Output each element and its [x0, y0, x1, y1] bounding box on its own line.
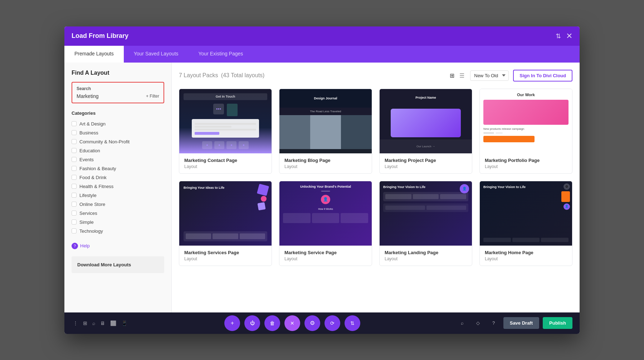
- view-toggle: ⊞ ☰: [448, 71, 466, 80]
- layout-card-landing[interactable]: Bringing Your Vision to Life 👤: [379, 181, 472, 266]
- layout-card-portfolio[interactable]: Our Work New products release campaign M…: [479, 89, 572, 174]
- checkbox-events[interactable]: [72, 157, 77, 162]
- category-online-store[interactable]: Online Store: [72, 200, 164, 209]
- add-button[interactable]: +: [224, 315, 240, 331]
- category-art-design[interactable]: Art & Design: [72, 119, 164, 128]
- history-button[interactable]: ⟳: [325, 315, 340, 331]
- preview-services: Bringing Your Ideas to Life: [179, 181, 272, 246]
- grid-icon[interactable]: ⊞: [82, 319, 89, 327]
- close-button[interactable]: ✕: [284, 315, 300, 331]
- layout-type-services: Layout: [184, 256, 267, 261]
- help-button[interactable]: ? Help: [72, 243, 164, 249]
- category-community-label: Community & Non-Profit: [79, 139, 130, 144]
- tab-saved[interactable]: Your Saved Layouts: [124, 46, 189, 63]
- main-content: 7 Layout Packs (43 Total layouts) ⊞ ☰ Ne…: [172, 63, 580, 312]
- grid-view-button[interactable]: ⊞: [448, 71, 456, 80]
- filter-button[interactable]: + Filter: [146, 94, 159, 99]
- checkbox-business[interactable]: [72, 130, 77, 135]
- sort-select[interactable]: New To Old Old To New A to Z Z to A: [470, 70, 509, 81]
- search-icon[interactable]: ⌕: [91, 319, 97, 327]
- search-input[interactable]: [77, 93, 143, 99]
- layout-name-portfolio: Marketing Portfolio Page: [485, 158, 567, 163]
- checkbox-online-store[interactable]: [72, 202, 77, 207]
- category-food[interactable]: Food & Drink: [72, 173, 164, 182]
- tab-premade[interactable]: Premade Layouts: [64, 46, 124, 63]
- category-lifestyle[interactable]: Lifestyle: [72, 191, 164, 200]
- tablet-icon[interactable]: ⬜: [109, 319, 118, 327]
- search-small-button[interactable]: ⌕: [456, 317, 468, 329]
- category-simple[interactable]: Simple: [72, 218, 164, 227]
- packs-label: 7 Layout Packs: [179, 72, 218, 78]
- divi-icon-button[interactable]: ◇: [472, 317, 484, 329]
- category-fashion-label: Fashion & Beauty: [79, 166, 116, 171]
- toolbar-left-icons: ⋮ ⊞ ⌕ 🖥 ⬜ 📱: [72, 319, 129, 327]
- layout-card-service[interactable]: Unlocking Your Brand's Potential ━━━━━━ …: [279, 181, 372, 266]
- adjust-layout-button[interactable]: ⇅: [345, 315, 360, 331]
- layout-info-home: Marketing Home Page Layout: [480, 246, 572, 266]
- sidebar-title: Find A Layout: [72, 70, 164, 76]
- layout-name-services: Marketing Services Page: [184, 250, 267, 255]
- category-food-label: Food & Drink: [79, 175, 107, 180]
- desktop-icon[interactable]: 🖥: [99, 319, 107, 327]
- preview-home: Bringing Your Vision to Life ⚙ 👤: [480, 181, 572, 246]
- checkbox-education[interactable]: [72, 148, 77, 153]
- layout-card-project[interactable]: Project Name Our Launch → Marketing Proj…: [379, 89, 472, 174]
- layout-info-portfolio: Marketing Portfolio Page Layout: [480, 153, 572, 173]
- category-community[interactable]: Community & Non-Profit: [72, 137, 164, 146]
- preview-service: Unlocking Your Brand's Potential ━━━━━━ …: [279, 181, 372, 246]
- list-view-button[interactable]: ☰: [458, 71, 466, 80]
- help-small-button[interactable]: ?: [488, 317, 500, 329]
- category-fashion[interactable]: Fashion & Beauty: [72, 164, 164, 173]
- checkbox-community[interactable]: [72, 139, 77, 144]
- category-education[interactable]: Education: [72, 146, 164, 155]
- checkbox-fashion[interactable]: [72, 166, 77, 171]
- category-events[interactable]: Events: [72, 155, 164, 164]
- checkbox-simple[interactable]: [72, 220, 77, 225]
- category-services[interactable]: Services: [72, 209, 164, 218]
- layout-name-blog: Marketing Blog Page: [284, 158, 367, 163]
- adjust-icon[interactable]: ⇅: [556, 32, 561, 40]
- category-technology[interactable]: Technology: [72, 227, 164, 236]
- publish-button[interactable]: Publish: [543, 317, 572, 329]
- checkbox-art-design[interactable]: [72, 121, 77, 126]
- sign-in-divi-cloud-button[interactable]: Sign In To Divi Cloud: [513, 70, 572, 82]
- save-draft-button[interactable]: Save Draft: [503, 317, 539, 329]
- preview-blog: Design Journal The Road Less Traveled: [279, 89, 372, 153]
- layout-type-project: Layout: [385, 164, 467, 169]
- checkbox-technology[interactable]: [72, 228, 77, 233]
- dots-icon[interactable]: ⋮: [72, 319, 79, 327]
- layout-card-services[interactable]: Bringing Your Ideas to Life: [179, 181, 272, 266]
- close-icon[interactable]: ✕: [566, 31, 572, 41]
- power-button[interactable]: ⏻: [244, 315, 260, 331]
- layout-name-home: Marketing Home Page: [485, 250, 567, 255]
- checkbox-health[interactable]: [72, 184, 77, 189]
- mobile-icon[interactable]: 📱: [120, 319, 129, 327]
- preview-portfolio: Our Work New products release campaign: [480, 89, 572, 153]
- content-header: 7 Layout Packs (43 Total layouts) ⊞ ☰ Ne…: [179, 70, 572, 82]
- toolbar-left: ⋮ ⊞ ⌕ 🖥 ⬜ 📱: [72, 319, 129, 327]
- checkbox-services[interactable]: [72, 211, 77, 216]
- layout-info-landing: Marketing Landing Page Layout: [380, 246, 472, 266]
- help-label: Help: [80, 243, 90, 248]
- layout-card-blog[interactable]: Design Journal The Road Less Traveled: [279, 89, 372, 174]
- toolbar-right: ⌕ ◇ ? Save Draft Publish: [456, 317, 572, 329]
- layout-type-landing: Layout: [385, 256, 467, 261]
- checkbox-food[interactable]: [72, 175, 77, 180]
- layout-type-portfolio: Layout: [485, 164, 567, 169]
- category-business[interactable]: Business: [72, 128, 164, 137]
- layout-name-project: Marketing Project Page: [385, 158, 467, 163]
- trash-button[interactable]: 🗑: [264, 315, 280, 331]
- category-health[interactable]: Health & Fitness: [72, 182, 164, 191]
- layout-card-contact[interactable]: Get In Touch ●●●: [179, 89, 272, 174]
- layout-grid: Get In Touch ●●●: [179, 89, 572, 266]
- categories-list: Art & Design Business Community & Non-Pr…: [72, 119, 164, 236]
- layout-card-home[interactable]: Bringing Your Vision to Life ⚙ 👤: [479, 181, 572, 266]
- layout-name-service: Marketing Service Page: [284, 250, 367, 255]
- modal-title: Load From Library: [72, 32, 128, 40]
- tab-existing[interactable]: Your Existing Pages: [189, 46, 253, 63]
- help-icon: ?: [72, 243, 78, 249]
- checkbox-lifestyle[interactable]: [72, 193, 77, 198]
- category-education-label: Education: [79, 148, 100, 153]
- settings-button[interactable]: ⚙: [304, 315, 320, 331]
- download-section: Download More Layouts: [72, 256, 164, 273]
